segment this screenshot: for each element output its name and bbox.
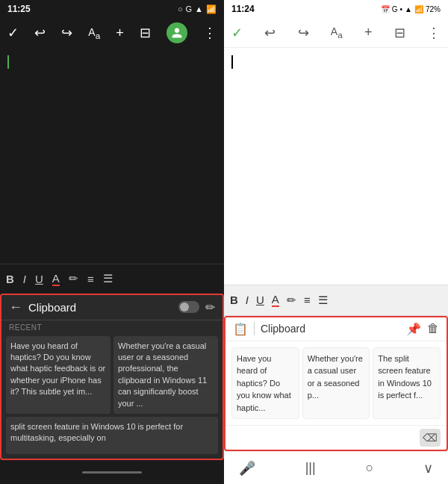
right-status-bar: 11:24 📅 G • ▲ 📶 72% bbox=[224, 0, 448, 18]
left-underline-btn[interactable]: U bbox=[35, 273, 43, 285]
left-check-btn[interactable]: ✓ bbox=[7, 25, 19, 41]
right-grid-btn[interactable]: ⊟ bbox=[394, 25, 405, 41]
right-clip-item-3[interactable]: The split screen feature in Windows 10 i… bbox=[373, 347, 441, 420]
right-underline-btn[interactable]: U bbox=[256, 294, 264, 306]
left-status-icons: ○ G ▲ 📶 bbox=[178, 4, 217, 14]
left-add-btn[interactable]: + bbox=[116, 25, 124, 41]
right-recents-icon[interactable]: ∨ bbox=[423, 460, 433, 477]
right-clipboard-title: Clipboard bbox=[261, 323, 406, 335]
right-more-btn[interactable]: ⋮ bbox=[427, 25, 441, 41]
right-textsize-btn[interactable]: Aa bbox=[331, 25, 343, 40]
left-bold-btn[interactable]: B bbox=[6, 273, 14, 285]
right-clipboard-header-icons: 📌 🗑 bbox=[406, 322, 439, 336]
left-grid-btn[interactable]: ⊟ bbox=[140, 25, 151, 41]
right-highlight-btn[interactable]: ✏ bbox=[287, 294, 296, 307]
left-time: 11:25 bbox=[7, 4, 31, 14]
left-fontcolor-btn[interactable]: A bbox=[52, 272, 60, 286]
left-bottom-nav bbox=[0, 460, 224, 484]
left-toggle-icon[interactable] bbox=[178, 301, 199, 313]
right-calendar-icon: 📅 bbox=[381, 5, 390, 13]
right-status-icons: 📅 G • ▲ 📶 72% bbox=[381, 5, 441, 13]
right-toolbar: ✓ ↩ ↪ Aa + ⊟ ⋮ bbox=[224, 18, 448, 48]
right-panel: 11:24 📅 G • ▲ 📶 72% ✓ ↩ ↪ Aa + ⊟ ⋮ B I U… bbox=[224, 0, 448, 484]
left-toolbar: ✓ ↩ ↪ Aa + ⊟ ⋮ bbox=[0, 18, 224, 48]
right-add-btn[interactable]: + bbox=[364, 25, 373, 40]
right-home-icon[interactable]: ○ bbox=[365, 460, 373, 476]
left-clip-item-2[interactable]: Whether you're a casual user or a season… bbox=[113, 336, 218, 414]
right-time: 11:24 bbox=[231, 4, 255, 14]
left-clipboard-title: Clipboard bbox=[28, 301, 178, 314]
right-delete-icon[interactable]: 🗑 bbox=[427, 322, 439, 336]
right-format-toolbar: B I U A ✏ ≡ ☰ bbox=[224, 285, 448, 316]
left-redo-btn[interactable]: ↪ bbox=[61, 25, 72, 41]
right-cursor bbox=[231, 55, 233, 69]
right-fontcolor-btn[interactable]: A bbox=[272, 293, 279, 307]
left-g-icon: G bbox=[186, 4, 193, 13]
left-list-btn[interactable]: ☰ bbox=[103, 272, 113, 285]
right-wifi-icon: 📶 bbox=[414, 5, 423, 13]
left-clipboard-panel: ← Clipboard ✏ RECENT Have you heard of h… bbox=[0, 294, 224, 460]
right-undo-btn[interactable]: ↩ bbox=[264, 25, 276, 41]
right-clip-item-1[interactable]: Have you heard of haptics? Do you know w… bbox=[231, 347, 299, 420]
right-editor[interactable] bbox=[224, 48, 448, 285]
left-clip-item-1[interactable]: Have you heard of haptics? Do you know w… bbox=[6, 336, 111, 414]
right-align-btn[interactable]: ≡ bbox=[304, 294, 311, 306]
right-pin-icon[interactable]: 📌 bbox=[406, 322, 421, 336]
left-wifi-icon: 📶 bbox=[206, 4, 217, 14]
left-back-icon[interactable]: ← bbox=[9, 300, 22, 315]
right-clipboard-items: Have you heard of haptics? Do you know w… bbox=[225, 341, 447, 426]
left-clipboard-items: Have you heard of haptics? Do you know w… bbox=[1, 333, 223, 417]
right-list-btn[interactable]: ☰ bbox=[318, 294, 328, 307]
left-panel: 11:25 ○ G ▲ 📶 ✓ ↩ ↪ Aa + ⊟ ⋮ B I U A ✏ ≡… bbox=[0, 0, 224, 484]
left-undo-btn[interactable]: ↩ bbox=[34, 25, 46, 41]
left-edit-icon[interactable]: ✏ bbox=[205, 300, 215, 314]
left-recent-label: RECENT bbox=[1, 320, 223, 333]
left-signal-icon: ▲ bbox=[195, 4, 203, 13]
left-editor[interactable] bbox=[0, 48, 224, 264]
left-status-bar: 11:25 ○ G ▲ 📶 bbox=[0, 0, 224, 18]
right-dot-icon: • bbox=[400, 5, 403, 13]
right-bottom-nav: 🎤 ||| ○ ∨ bbox=[224, 451, 448, 484]
left-highlight-btn[interactable]: ✏ bbox=[69, 272, 78, 285]
right-g-icon: G bbox=[392, 5, 398, 13]
left-textsize-btn[interactable]: Aa bbox=[88, 26, 100, 40]
left-cursor bbox=[7, 55, 9, 69]
left-more-btn[interactable]: ⋮ bbox=[203, 25, 217, 41]
right-battery: 72% bbox=[426, 5, 441, 13]
right-check-btn[interactable]: ✓ bbox=[231, 25, 243, 41]
left-nav-indicator bbox=[82, 471, 142, 474]
left-format-toolbar: B I U A ✏ ≡ ☰ bbox=[0, 264, 224, 294]
right-bold-btn[interactable]: B bbox=[230, 294, 238, 306]
right-clipboard-panel: 📋 Clipboard 📌 🗑 Have you heard of haptic… bbox=[224, 316, 448, 452]
left-clip-item-3[interactable]: split screen feature in Windows 10 is pe… bbox=[6, 417, 218, 454]
right-italic-btn[interactable]: I bbox=[246, 294, 249, 306]
right-clipboard-divider bbox=[254, 322, 255, 335]
right-clipboard-icon: 📋 bbox=[233, 322, 248, 336]
right-clipboard-header: 📋 Clipboard 📌 🗑 bbox=[225, 317, 447, 341]
left-align-btn[interactable]: ≡ bbox=[87, 273, 94, 285]
right-backspace-btn[interactable]: ⌫ bbox=[420, 429, 441, 447]
right-clip-item-2[interactable]: Whether you're a casual user or a season… bbox=[302, 347, 370, 420]
left-clipboard-header: ← Clipboard ✏ bbox=[1, 295, 223, 320]
right-back-icon[interactable]: ||| bbox=[305, 460, 316, 476]
right-redo-btn[interactable]: ↪ bbox=[298, 25, 309, 41]
left-clipboard-header-icons: ✏ bbox=[178, 300, 215, 314]
right-clipboard-footer: ⌫ bbox=[225, 425, 447, 450]
right-mic-icon[interactable]: 🎤 bbox=[239, 460, 255, 477]
right-signal-icon: ▲ bbox=[405, 5, 412, 13]
left-avatar-btn[interactable] bbox=[167, 22, 187, 43]
left-circle-icon: ○ bbox=[178, 4, 183, 13]
left-italic-btn[interactable]: I bbox=[23, 273, 26, 285]
